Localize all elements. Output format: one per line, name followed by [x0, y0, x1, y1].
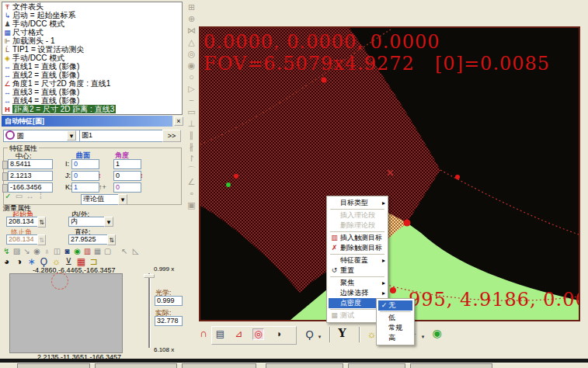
red-point[interactable] [322, 78, 327, 83]
feature-parallel-icon[interactable]: ∥ [184, 130, 199, 141]
edge-path-tool-icon[interactable]: ⊿ [234, 329, 244, 339]
circle-target-tool-icon[interactable]: ◎ [252, 328, 264, 340]
feature-circle-icon[interactable]: ◎ [184, 48, 199, 60]
tree-item[interactable]: ▦尺寸格式 [2, 28, 182, 36]
center-y-field[interactable]: 2.1213 [8, 171, 53, 181]
center-x-field[interactable]: 8.5411 [8, 159, 53, 169]
feature-cylinder-icon[interactable]: ⋈ [184, 25, 199, 36]
arrow-nw-icon[interactable]: ↖ [120, 246, 130, 256]
j-surface-field[interactable]: 0 [71, 171, 99, 181]
submenu-item-high[interactable]: 高 [378, 333, 412, 343]
green-point[interactable] [226, 182, 231, 187]
menu-item-focus[interactable]: 聚焦▸ [329, 278, 386, 288]
tree-item[interactable]: ĹTIP1 = 设置活动测尖 [2, 45, 182, 54]
contrast-icon[interactable]: ◕ [2, 257, 12, 267]
theo-dropdown[interactable]: 理论值 [81, 194, 121, 205]
globe-icon[interactable]: ♁ [42, 246, 52, 256]
tree-item[interactable]: ↳启动 = 起始坐标系 [2, 11, 182, 19]
diameter-field[interactable]: 27.9525 [68, 234, 110, 245]
pattern-icon[interactable]: ▭ [14, 191, 24, 201]
feature-slot-icon[interactable]: ▭ [184, 106, 199, 118]
execute-icon[interactable]: ↯ [2, 246, 12, 256]
optical-field[interactable]: 0.999 [155, 296, 183, 306]
feature-polygon-icon[interactable]: ▷ [184, 83, 199, 95]
chevron-down-icon[interactable]: ▾ [104, 217, 113, 227]
end-angle-spinner[interactable]: ⇅ [37, 234, 46, 245]
mirror-icon[interactable]: ↔ [25, 191, 35, 201]
target-icon[interactable]: ◉ [32, 246, 42, 256]
tree-item[interactable]: ♟手动/DCC 模式 [2, 19, 182, 28]
bars-icon[interactable]: ▥ [82, 246, 92, 256]
start-angle-spinner[interactable]: ⇅ [37, 217, 46, 227]
k-angle-field[interactable]: 0 [113, 182, 141, 193]
tree-item[interactable]: Ŧ文件表头 [2, 2, 182, 11]
chevron-down-icon[interactable]: ▾ [418, 332, 428, 342]
feature-grid-icon[interactable]: ⊞ [184, 2, 199, 13]
feature-arc-icon[interactable]: ⌒ [184, 165, 199, 176]
feature-sphere-icon[interactable]: ◉ [184, 60, 199, 71]
tree-item[interactable]: ↔直线4 = 直线 (影像) [2, 96, 182, 105]
submenu-item-normal[interactable]: 常规 [378, 323, 412, 333]
chevron-down-icon[interactable]: ▾ [67, 130, 76, 141]
triangle-icon[interactable]: ◺ [130, 246, 141, 256]
tree-item[interactable]: ↔直线2 = 直线 (影像) [2, 71, 182, 79]
feature-panel-titlebar[interactable]: 自动特征[圆] [2, 116, 172, 127]
end-angle-field[interactable]: 208.134 [6, 234, 40, 245]
flower-target-icon[interactable]: ◉ [72, 246, 82, 256]
tree-item[interactable]: ◈手动/DCC 模式 [2, 54, 182, 62]
feature-vector-icon[interactable]: ↾ [184, 153, 199, 165]
close-icon[interactable]: × [174, 116, 183, 126]
flip-vector-icon[interactable]: ↕ [98, 172, 102, 179]
submenu-item-none[interactable]: ✓无 [378, 300, 412, 311]
flip-vector-icon[interactable]: ↕ [140, 172, 144, 179]
box-icon[interactable]: ▢ [103, 246, 113, 256]
j-angle-field[interactable]: 0 [113, 171, 141, 181]
i-surface-field[interactable]: 0 [71, 159, 99, 169]
graphics-view[interactable]: 0.0000, 0.0000, 0.0000 FOV=6.5079x4.9272… [199, 26, 580, 321]
move-icon[interactable]: ↘ [22, 246, 32, 256]
up-plus-icon[interactable]: ↑+ [99, 183, 106, 191]
grid-icon[interactable]: ▦ [92, 246, 103, 256]
red-point[interactable] [234, 174, 238, 179]
axis-lock[interactable] [2, 161, 8, 169]
menu-item-edge-select[interactable]: 边缘选择▸ [329, 288, 386, 298]
feature-ellipse-icon[interactable]: ○ [184, 71, 199, 83]
menu-item-reset[interactable]: ↺重置 [329, 266, 386, 276]
actual-field[interactable]: 32.778 [155, 316, 183, 326]
display-icon[interactable]: ◙ [62, 246, 72, 256]
menu-item-insert-touch-target[interactable]: ▥插入触测目标 [329, 233, 386, 243]
start-angle-field[interactable]: 208.134 [6, 217, 40, 227]
zoom-slider-handle[interactable] [144, 274, 155, 278]
red-point[interactable] [455, 175, 460, 179]
tree-item[interactable]: ∠角度1 = 尺寸2D 角度 : 直线1 [2, 79, 182, 88]
chevron-down-icon[interactable]: ▾ [118, 194, 127, 205]
i-angle-field[interactable]: 1 [113, 159, 141, 169]
probe-tool-icon[interactable]: Y [337, 328, 347, 338]
accept-icon[interactable]: ✓ [3, 191, 13, 201]
feature-cone-icon[interactable]: △ [184, 36, 199, 48]
submenu-item-low[interactable]: 低 [378, 313, 412, 323]
feature-nonparallel-icon[interactable]: ∦ [184, 141, 199, 153]
menu-item-remove-touch-target[interactable]: ✗删除触测目标 [329, 243, 386, 253]
menu-item-insert-theo-segment[interactable]: 插入理论段 [329, 210, 386, 220]
hatch-icon[interactable]: ▨ [12, 246, 22, 256]
live-view-tool-icon[interactable]: ◉ [432, 328, 442, 338]
window-icon[interactable]: ◫ [52, 246, 62, 256]
menu-item-delete-theo-segment[interactable]: 删除理论段 [329, 220, 386, 231]
expand-button[interactable]: >> [162, 130, 181, 142]
video-preview[interactable] [9, 273, 123, 353]
tree-item-selected[interactable]: H距离2 = 尺寸 2D 距离 : 直线3 [2, 105, 182, 113]
tree-item[interactable]: ↔直线1 = 直线 (影像) [2, 62, 182, 71]
diameter-spinner[interactable]: ⇅ [107, 234, 116, 245]
menu-item-feature-override[interactable]: 特征覆盖▸ [329, 255, 386, 266]
camera-tool-icon[interactable]: ▤ [215, 329, 225, 339]
inout-dropdown[interactable]: 内 [68, 217, 107, 227]
feature-frame-icon[interactable]: ▣ [184, 200, 199, 211]
chevron-down-icon[interactable]: ▾ [315, 332, 325, 342]
feature-point-icon[interactable]: ⊕ [184, 13, 199, 25]
feature-dot-icon[interactable]: ∘ [184, 188, 199, 200]
red-point[interactable] [404, 220, 411, 227]
sector-tool-icon[interactable]: ◗ [274, 329, 284, 339]
menu-item-target-type[interactable]: 目标类型▸ [329, 198, 386, 208]
feature-perpendicular-icon[interactable]: ⊥ [184, 118, 199, 130]
